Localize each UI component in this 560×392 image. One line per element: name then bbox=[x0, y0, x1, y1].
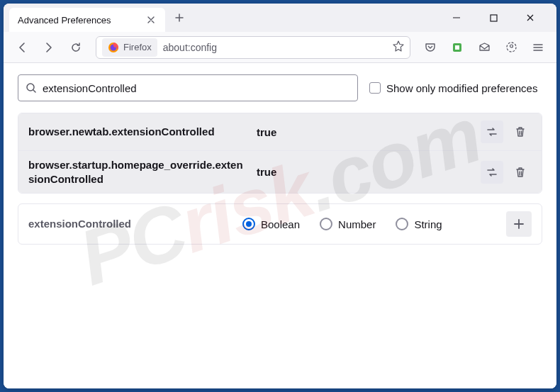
about-config-page: Show only modified preferences browser.n… bbox=[4, 63, 556, 388]
identity-label: Firefox bbox=[123, 42, 152, 52]
radio-label: Boolean bbox=[261, 218, 300, 230]
nav-toolbar: Firefox bbox=[4, 32, 556, 63]
maximize-button[interactable] bbox=[481, 7, 505, 28]
pocket-button[interactable] bbox=[419, 36, 442, 59]
radio-label: String bbox=[414, 218, 442, 230]
checkbox-label: Show only modified preferences bbox=[386, 82, 537, 94]
radio-boolean[interactable]: Boolean bbox=[242, 218, 300, 230]
close-tab-icon[interactable] bbox=[145, 14, 157, 26]
pref-search-box[interactable] bbox=[18, 74, 358, 101]
new-pref-row: extensionControlled Boolean Number Strin… bbox=[18, 203, 542, 245]
pref-name: browser.newtab.extensionControlled bbox=[28, 125, 248, 139]
tab-title: Advanced Preferences bbox=[18, 15, 140, 26]
checkbox-icon bbox=[369, 82, 381, 94]
radio-icon bbox=[320, 218, 332, 230]
pref-row[interactable]: browser.startup.homepage_override.extens… bbox=[18, 150, 542, 193]
delete-button[interactable] bbox=[509, 161, 532, 184]
back-button[interactable] bbox=[11, 36, 33, 59]
url-bar[interactable]: Firefox bbox=[96, 36, 410, 59]
svg-rect-0 bbox=[491, 15, 497, 21]
pref-value: true bbox=[257, 126, 472, 138]
new-pref-name: extensionControlled bbox=[28, 217, 234, 231]
titlebar: Advanced Preferences bbox=[4, 4, 556, 32]
active-tab[interactable]: Advanced Preferences bbox=[9, 8, 165, 32]
toggle-button[interactable] bbox=[481, 121, 503, 143]
app-menu-button[interactable] bbox=[527, 36, 549, 59]
extension-button[interactable] bbox=[446, 36, 469, 59]
window-controls bbox=[444, 7, 551, 28]
browser-window: Advanced Preferences Firefox bbox=[4, 4, 556, 388]
results-table: browser.newtab.extensionControlled true … bbox=[18, 113, 542, 194]
type-radio-group: Boolean Number String bbox=[242, 218, 498, 230]
delete-button[interactable] bbox=[509, 121, 532, 143]
pref-search-input[interactable] bbox=[43, 82, 350, 94]
search-row: Show only modified preferences bbox=[18, 74, 542, 101]
toggle-button[interactable] bbox=[481, 161, 503, 184]
show-modified-checkbox[interactable]: Show only modified preferences bbox=[369, 82, 537, 94]
identity-box[interactable]: Firefox bbox=[102, 38, 157, 57]
radio-string[interactable]: String bbox=[396, 218, 442, 230]
radio-label: Number bbox=[338, 218, 376, 230]
radio-icon bbox=[396, 218, 408, 230]
svg-point-6 bbox=[510, 45, 513, 47]
pref-value: true bbox=[257, 166, 472, 178]
svg-rect-4 bbox=[455, 45, 459, 50]
firefox-logo-icon bbox=[108, 42, 119, 53]
radio-icon bbox=[242, 218, 255, 230]
forward-button[interactable] bbox=[38, 36, 60, 59]
inbox-button[interactable] bbox=[473, 36, 495, 59]
bookmark-star-icon[interactable] bbox=[393, 40, 404, 55]
pref-name: browser.startup.homepage_override.extens… bbox=[28, 158, 248, 186]
account-button[interactable] bbox=[500, 36, 522, 59]
search-icon bbox=[26, 82, 37, 94]
new-tab-button[interactable] bbox=[169, 8, 189, 28]
radio-number[interactable]: Number bbox=[320, 218, 376, 230]
pref-row[interactable]: browser.newtab.extensionControlled true bbox=[18, 113, 542, 150]
add-pref-button[interactable] bbox=[506, 211, 532, 237]
reload-button[interactable] bbox=[65, 36, 87, 59]
url-input[interactable] bbox=[163, 42, 387, 53]
minimize-button[interactable] bbox=[444, 7, 469, 28]
close-window-button[interactable] bbox=[518, 7, 542, 28]
